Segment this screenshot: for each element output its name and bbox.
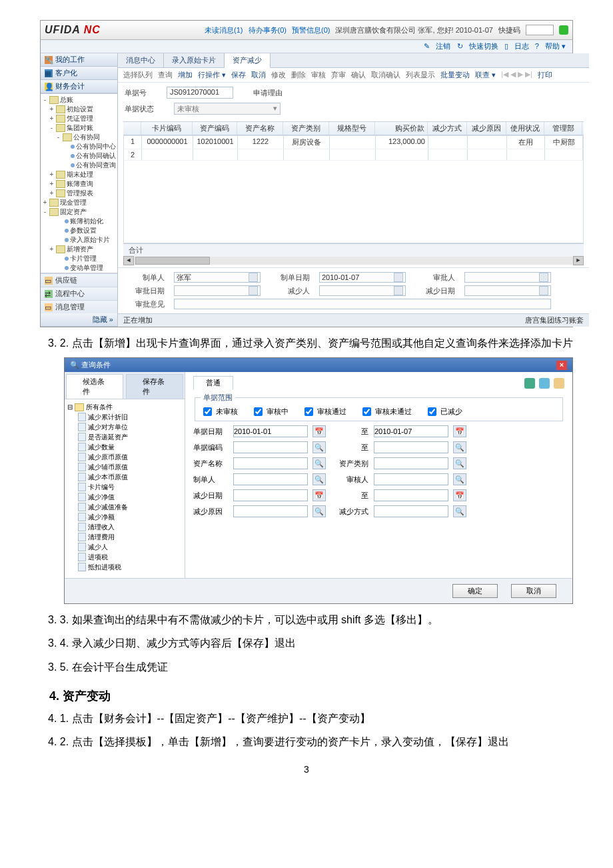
tree-node[interactable]: -公有协同 xyxy=(42,133,116,142)
tree-node[interactable]: 账簿初始化 xyxy=(42,217,116,226)
calendar-icon[interactable]: 📅 xyxy=(312,425,326,437)
tree-node[interactable]: -集团对账 xyxy=(42,123,116,133)
filter-input-2[interactable] xyxy=(374,489,448,501)
search-icon[interactable] xyxy=(249,273,258,282)
cond-item[interactable]: 卡片编号 xyxy=(66,482,183,492)
tree-node[interactable]: +初始设置 xyxy=(42,105,116,114)
cond-item[interactable]: 减少本币原值 xyxy=(66,472,183,482)
toolbar-item[interactable]: 审核 xyxy=(311,70,326,80)
cond-item[interactable]: 减少净额 xyxy=(66,512,183,522)
toolbar-item[interactable]: 确认 xyxy=(351,70,366,80)
filter-input[interactable] xyxy=(233,441,308,453)
ok-button[interactable]: 确定 xyxy=(452,584,498,598)
quickcode-input[interactable] xyxy=(526,25,554,35)
col-header[interactable]: 管理部 xyxy=(544,122,582,135)
nav-hdr-work[interactable]: 🔧我的工作 xyxy=(41,53,117,67)
link-todo[interactable]: 待办事务(0) xyxy=(249,25,287,35)
filter-input-2[interactable]: 2010-01-07 xyxy=(374,425,448,437)
search-icon[interactable]: 🔍 xyxy=(312,457,326,469)
nav-arrows[interactable]: |◀ ◀ ▶ ▶| xyxy=(501,70,532,80)
link-alert[interactable]: 预警信息(0) xyxy=(292,25,330,35)
toolbar-item[interactable]: 选择队列 xyxy=(123,70,153,80)
condition-tree[interactable]: ⊟ 所有条件 减少累计折旧 减少对方单位 是否递延资产 减少数量 减少原币原值 … xyxy=(65,399,185,578)
left-tabs[interactable]: 候选条件 保存条件 xyxy=(65,372,185,399)
link-unread[interactable]: 未读消息(1) xyxy=(205,25,243,35)
toolbar-item[interactable]: 增加 xyxy=(178,70,193,80)
col-header[interactable]: 减少方式 xyxy=(428,122,467,135)
tree-node[interactable]: 公有协同确认 xyxy=(42,151,116,161)
content-tabs[interactable]: 消息中心录入原始卡片资产减少 xyxy=(118,53,589,68)
toolbar-item[interactable]: 取消 xyxy=(251,70,266,80)
table-row[interactable]: 2 xyxy=(124,149,583,161)
search-icon[interactable]: 🔍 xyxy=(312,473,326,485)
link-switch[interactable]: ↻ 快速切换 xyxy=(457,42,498,50)
calendar-icon[interactable]: 📅 xyxy=(453,425,466,437)
toolbar-item[interactable]: 联查 ▾ xyxy=(475,70,496,80)
cond-item[interactable]: 清理费用 xyxy=(66,532,183,542)
nav-tree[interactable]: -总账+初始设置+凭证管理-集团对账-公有协同公有协同中心公有协同确认公有协同查… xyxy=(41,93,117,273)
col-header[interactable]: 资产名称 xyxy=(237,122,283,135)
tree-node[interactable]: +期末处理 xyxy=(42,170,116,179)
cond-item[interactable]: 清理收入 xyxy=(66,522,183,532)
save-icon[interactable] xyxy=(524,378,535,389)
tree-node[interactable]: +现金管理 xyxy=(42,198,116,207)
tree-root[interactable]: ⊟ 所有条件 xyxy=(66,402,183,412)
search-icon[interactable]: 🔍 xyxy=(453,505,466,517)
tab-saved[interactable]: 保存条件 xyxy=(126,374,183,399)
h-scrollbar[interactable]: ◄► xyxy=(123,257,584,265)
filter-input[interactable] xyxy=(233,505,308,517)
tree-node[interactable]: +新增资产 xyxy=(42,245,116,254)
check-审核未通过[interactable]: 审核未通过 xyxy=(360,405,412,418)
col-header[interactable]: 使用状况 xyxy=(506,122,544,135)
col-header[interactable]: 资产类别 xyxy=(283,122,329,135)
calendar-icon[interactable] xyxy=(394,273,403,282)
refresh-icon[interactable] xyxy=(539,378,550,389)
calendar-icon[interactable] xyxy=(249,286,258,295)
search-icon[interactable]: 🔍 xyxy=(312,441,326,453)
toolbar-item[interactable]: 打印 xyxy=(538,70,552,80)
cancel-button[interactable]: 取消 xyxy=(511,584,556,598)
check-未审核[interactable]: 未审核 xyxy=(201,405,238,418)
toolbar-item[interactable]: 查询 xyxy=(158,70,173,80)
nav-hide[interactable]: 隐藏 » xyxy=(41,313,117,327)
calendar-icon[interactable]: 📅 xyxy=(312,489,326,501)
tab[interactable]: 消息中心 xyxy=(118,53,164,67)
toolbar-item[interactable]: 批量变动 xyxy=(440,70,470,80)
cond-item[interactable]: 进项税 xyxy=(66,552,183,562)
check-审核中[interactable]: 审核中 xyxy=(251,405,289,418)
filter-input-2[interactable] xyxy=(374,441,448,453)
toolbar-item[interactable]: 保存 xyxy=(231,70,246,80)
nav-hdr-client[interactable]: ▦客户化 xyxy=(41,67,117,80)
tree-node[interactable]: 卡片管理 xyxy=(42,254,116,263)
cond-item[interactable]: 减少辅币原值 xyxy=(66,462,183,472)
opinion-value[interactable] xyxy=(174,299,551,309)
filter-input[interactable] xyxy=(233,473,308,485)
search-icon[interactable]: 🔍 xyxy=(453,441,466,453)
tree-node[interactable]: -总账 xyxy=(42,95,116,105)
search-icon[interactable]: 🔍 xyxy=(312,505,326,517)
filter-input-2[interactable] xyxy=(374,473,448,485)
filter-input[interactable] xyxy=(233,457,308,469)
col-header[interactable] xyxy=(123,122,141,135)
col-header[interactable]: 卡片编码 xyxy=(141,122,193,135)
tree-node[interactable]: +凭证管理 xyxy=(42,114,116,123)
cond-item[interactable]: 抵扣进项税 xyxy=(66,562,183,572)
tree-node[interactable]: -固定资产 xyxy=(42,207,116,217)
toolbar-item[interactable]: 修改 xyxy=(271,70,286,80)
clear-icon[interactable] xyxy=(554,378,564,389)
check-审核通过[interactable]: 审核通过 xyxy=(302,405,346,418)
tree-node[interactable]: 公有协同中心 xyxy=(42,142,116,151)
tab-normal[interactable]: 普通 xyxy=(193,376,233,390)
table-row[interactable]: 100000000011020100011222厨房设备123,000.00在用… xyxy=(124,136,583,149)
tree-node[interactable]: 变动单管理 xyxy=(42,263,116,273)
toolbar-item[interactable]: 弃审 xyxy=(331,70,346,80)
nav-supply[interactable]: ▭供应链 xyxy=(41,273,117,287)
nav-msg[interactable]: ▭消息管理 xyxy=(41,300,117,313)
toolbar-item[interactable]: 删除 xyxy=(291,70,306,80)
link-logout[interactable]: ✎ 注销 xyxy=(424,42,450,50)
filter-input[interactable] xyxy=(233,489,308,501)
tree-node[interactable]: +账簿查询 xyxy=(42,179,116,189)
close-icon[interactable]: × xyxy=(556,361,567,370)
cond-item[interactable]: 减少原币原值 xyxy=(66,452,183,462)
asset-grid[interactable]: 卡片编码资产编码资产名称资产类别规格型号购买价款减少方式减少原因使用状况管理部 … xyxy=(123,121,584,265)
